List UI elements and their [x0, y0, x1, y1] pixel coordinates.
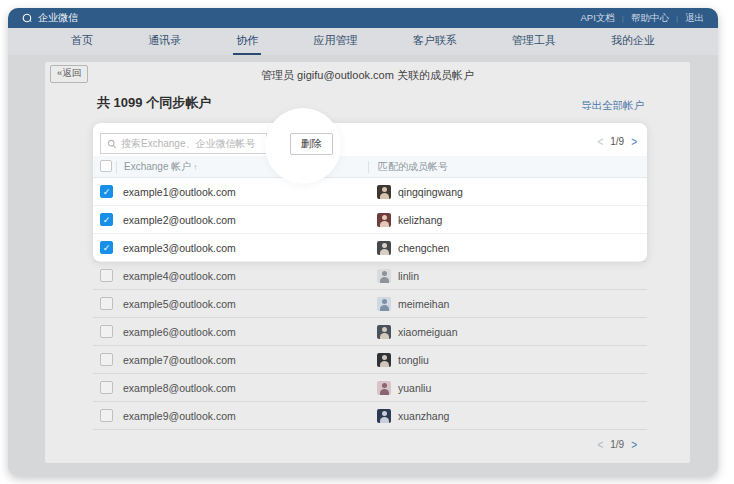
member-name: meimeihan: [398, 298, 449, 310]
pagination-bottom: < 1/9 >: [597, 439, 637, 450]
exchange-account: example8@outlook.com: [123, 374, 236, 402]
avatar: [377, 325, 391, 339]
tab-my-company[interactable]: 我的企业: [608, 28, 658, 55]
sort-asc-icon[interactable]: ↑: [193, 163, 197, 172]
table-header: Exchange 帐户↑ 匹配的成员帐号: [93, 156, 647, 178]
row-checkbox[interactable]: ✓: [100, 297, 113, 310]
exchange-account: example9@outlook.com: [123, 402, 236, 430]
column-header-member: 匹配的成员帐号: [368, 161, 448, 173]
avatar: [377, 269, 391, 283]
row-checkbox[interactable]: ✓: [100, 409, 113, 422]
row-checkbox[interactable]: ✓: [100, 213, 113, 226]
tab-contacts[interactable]: 通讯录: [145, 28, 184, 55]
table-row: ✓ example2@outlook.com kelizhang: [93, 206, 647, 234]
app-logo: 企业微信: [22, 11, 78, 25]
avatar: [377, 297, 391, 311]
exchange-account: example4@outlook.com: [123, 262, 236, 290]
row-checkbox[interactable]: ✓: [100, 381, 113, 394]
next-page-icon[interactable]: >: [631, 438, 637, 451]
table-row: ✓ example8@outlook.com yuanliu: [93, 374, 647, 402]
divider: |: [676, 14, 678, 23]
column-header-exchange[interactable]: Exchange 帐户↑: [116, 161, 197, 174]
exchange-account: example1@outlook.com: [123, 178, 236, 206]
top-bar: 企业微信 API文档 | 帮助中心 | 退出: [8, 8, 718, 28]
member-name: tongliu: [398, 354, 429, 366]
page-indicator: 1/9: [610, 136, 624, 147]
search-input[interactable]: [121, 138, 260, 149]
select-all-checkbox[interactable]: [100, 160, 112, 172]
api-docs-link[interactable]: API文档: [581, 12, 615, 25]
app-title: 企业微信: [38, 11, 78, 25]
prev-page-icon[interactable]: <: [597, 438, 603, 451]
delete-button[interactable]: 删除: [290, 133, 333, 155]
wechat-work-logo-icon: [22, 13, 33, 24]
exchange-account: example6@outlook.com: [123, 318, 236, 346]
avatar: [377, 381, 391, 395]
row-checkbox[interactable]: ✓: [100, 241, 113, 254]
app-window: 企业微信 API文档 | 帮助中心 | 退出 首页 通讯录 协作 应用管理 客户…: [8, 8, 718, 476]
table-row: ✓ example9@outlook.com xuanzhang: [93, 402, 647, 430]
table-body: ✓ example1@outlook.com qingqingwang ✓ ex…: [93, 178, 647, 430]
tab-customer-contact[interactable]: 客户联系: [410, 28, 460, 55]
row-checkbox[interactable]: ✓: [100, 185, 113, 198]
pagination-top: < 1/9 >: [597, 136, 637, 147]
next-page-icon[interactable]: >: [631, 135, 637, 148]
table-row: ✓ example3@outlook.com chengchen: [93, 234, 647, 262]
exchange-account: example5@outlook.com: [123, 290, 236, 318]
avatar: [377, 353, 391, 367]
check-icon: ✓: [101, 242, 112, 254]
table-row: ✓ example7@outlook.com tongliu: [93, 346, 647, 374]
member-name: qingqingwang: [398, 186, 463, 198]
member-name: yuanliu: [398, 382, 431, 394]
tab-admin-tools[interactable]: 管理工具: [509, 28, 559, 55]
tab-app-management[interactable]: 应用管理: [310, 28, 360, 55]
content-area: «返回 管理员 gigifu@outlook.com 关联的成员帐户 共 109…: [8, 55, 718, 476]
table-row: ✓ example4@outlook.com linlin: [93, 262, 647, 290]
avatar: [377, 213, 391, 227]
export-all-accounts-link[interactable]: 导出全部帐户: [581, 99, 644, 113]
tab-home[interactable]: 首页: [68, 28, 96, 55]
member-name: kelizhang: [398, 214, 442, 226]
top-links: API文档 | 帮助中心 | 退出: [581, 12, 704, 25]
page-indicator: 1/9: [610, 439, 624, 450]
row-checkbox[interactable]: ✓: [100, 353, 113, 366]
avatar: [377, 409, 391, 423]
search-box: [100, 133, 267, 154]
exchange-account: example7@outlook.com: [123, 346, 236, 374]
avatar: [377, 185, 391, 199]
tab-collaboration[interactable]: 协作: [233, 28, 261, 55]
table-row: ✓ example5@outlook.com meimeihan: [93, 290, 647, 318]
member-name: linlin: [398, 270, 419, 282]
member-name: xuanzhang: [398, 410, 449, 422]
table-row: ✓ example1@outlook.com qingqingwang: [93, 178, 647, 206]
main-nav: 首页 通讯录 协作 应用管理 客户联系 管理工具 我的企业: [8, 28, 718, 55]
logout-link[interactable]: 退出: [685, 12, 704, 25]
row-checkbox[interactable]: ✓: [100, 269, 113, 282]
member-name: xiaomeiguan: [398, 326, 458, 338]
help-center-link[interactable]: 帮助中心: [631, 12, 669, 25]
row-checkbox[interactable]: ✓: [100, 325, 113, 338]
check-icon: ✓: [101, 214, 112, 226]
avatar: [377, 241, 391, 255]
check-icon: ✓: [101, 186, 112, 198]
member-name: chengchen: [398, 242, 449, 254]
sync-account-count: 共 1099 个同步帐户: [97, 94, 211, 112]
accounts-table-section: 删除 < 1/9 > Exchange 帐户↑ 匹配的成员帐号 ✓: [93, 123, 647, 463]
page-title: 管理员 gigifu@outlook.com 关联的成员帐户: [45, 68, 690, 83]
search-icon: [107, 139, 117, 149]
table-row: ✓ example6@outlook.com xiaomeiguan: [93, 318, 647, 346]
exchange-account: example3@outlook.com: [123, 234, 236, 262]
content-card: «返回 管理员 gigifu@outlook.com 关联的成员帐户 共 109…: [45, 62, 690, 463]
divider: |: [622, 14, 624, 23]
prev-page-icon[interactable]: <: [597, 135, 603, 148]
exchange-account: example2@outlook.com: [123, 206, 236, 234]
